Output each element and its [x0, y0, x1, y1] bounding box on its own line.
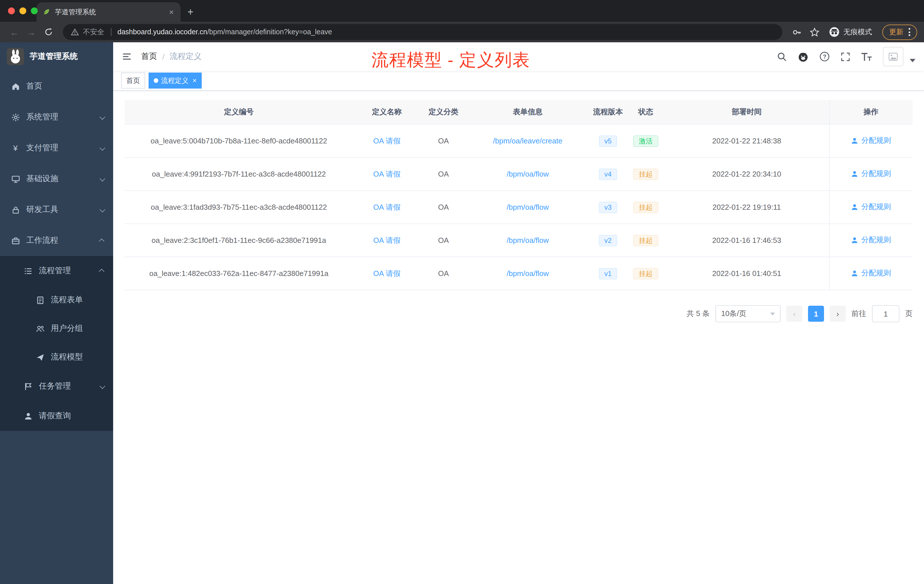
form-link[interactable]: /bpm/oa/flow — [507, 236, 549, 244]
definition-name-link[interactable]: OA 请假 — [373, 136, 400, 145]
breadcrumb: 首页 / 流程定义 — [141, 51, 202, 62]
sidebar-item-process-form[interactable]: 流程表单 — [0, 286, 113, 314]
cell-definition-name: OA 请假 — [353, 124, 421, 157]
assign-rule-button[interactable]: 分配规则 — [851, 202, 891, 212]
bookmark-star-icon[interactable] — [810, 27, 819, 37]
sidebar-item-payment-management[interactable]: ¥ 支付管理 — [0, 133, 113, 163]
current-page-button[interactable]: 1 — [808, 306, 824, 322]
macos-minimize-button[interactable] — [20, 7, 26, 14]
form-link[interactable]: /bpm/oa/flow — [507, 203, 549, 211]
chrome-update-chip[interactable]: 更新 — [882, 24, 917, 40]
pagination-total: 共 5 条 — [686, 308, 710, 319]
definition-table: 定义编号 定义名称 定义分类 表单信息 流程版本 状态 部署时间 操作 oa_l… — [125, 100, 912, 290]
form-link[interactable]: /bpm/oa/flow — [507, 269, 549, 278]
sidebar-item-task-management[interactable]: 任务管理 — [0, 371, 113, 401]
assign-rule-button[interactable]: 分配规则 — [851, 268, 891, 279]
cell-definition-name: OA 请假 — [353, 224, 421, 257]
new-tab-button[interactable]: + — [187, 6, 193, 18]
status-badge: 挂起 — [633, 234, 658, 246]
github-icon[interactable] — [798, 51, 808, 62]
sidebar-item-dev-tools[interactable]: 研发工具 — [0, 194, 113, 225]
incognito-badge: 无痕模式 — [829, 27, 872, 37]
search-icon[interactable] — [777, 52, 787, 61]
tag-process-definition[interactable]: 流程定义 × — [148, 73, 202, 89]
lock-icon — [11, 205, 20, 214]
more-vert-icon[interactable] — [909, 28, 910, 36]
sidebar-item-system-management[interactable]: 系统管理 — [0, 102, 113, 133]
cell-deploy-time: 2022-01-22 20:34:10 — [665, 157, 829, 191]
macos-zoom-button[interactable] — [31, 7, 38, 14]
tag-close-icon[interactable]: × — [193, 77, 196, 84]
cell-form-info: /bpm/oa/leave/create — [466, 124, 589, 157]
cell-definition-id: oa_leave:4:991f2193-7b7f-11ec-a3c8-acde4… — [125, 157, 353, 191]
sidebar-item-leave-query[interactable]: 请假查询 — [0, 401, 113, 431]
sidebar-item-process-management[interactable]: 流程管理 — [0, 256, 113, 286]
prev-page-button[interactable]: ‹ — [786, 306, 802, 322]
sidebar-item-process-model[interactable]: 流程模型 — [0, 343, 113, 371]
tag-home[interactable]: 首页 — [121, 73, 145, 89]
cell-operations: 分配规则 — [829, 224, 912, 257]
user-icon — [851, 137, 858, 145]
users-icon — [35, 324, 45, 333]
assign-rule-button[interactable]: 分配规则 — [851, 169, 891, 179]
tab-close-icon[interactable]: × — [168, 7, 175, 16]
chevron-down-icon — [100, 145, 106, 150]
user-icon — [851, 237, 858, 244]
col-form-info: 表单信息 — [466, 100, 589, 124]
font-size-icon[interactable] — [861, 52, 872, 61]
next-page-button[interactable]: › — [830, 306, 846, 322]
fullscreen-icon[interactable] — [841, 52, 850, 61]
cell-status: 挂起 — [627, 157, 665, 191]
hamburger-icon[interactable] — [122, 52, 132, 61]
reload-button[interactable] — [41, 27, 56, 36]
assign-rule-button[interactable]: 分配规则 — [851, 235, 891, 246]
form-link[interactable]: /bpm/oa/leave/create — [493, 137, 563, 145]
table-header-row: 定义编号 定义名称 定义分类 表单信息 流程版本 状态 部署时间 操作 — [125, 100, 912, 124]
incognito-label: 无痕模式 — [843, 27, 872, 37]
version-badge: v3 — [599, 201, 617, 213]
cell-process-version: v5 — [589, 124, 627, 157]
key-icon[interactable] — [792, 27, 802, 37]
flag-icon — [23, 382, 33, 391]
browser-toolbar: ← → 不安全 dashboard.yudao.iocoder.cn/bpm/m… — [0, 22, 924, 42]
cell-definition-id: oa_leave:2:3c1f0ef1-76b1-11ec-9c66-a2380… — [125, 224, 353, 257]
status-badge: 挂起 — [633, 201, 658, 213]
chevron-down-icon — [100, 176, 106, 181]
cell-form-info: /bpm/oa/flow — [466, 257, 589, 290]
definition-name-link[interactable]: OA 请假 — [373, 269, 400, 277]
page-unit-label: 页 — [905, 308, 912, 319]
cell-deploy-time: 2022-01-22 19:19:11 — [665, 191, 829, 224]
address-bar[interactable]: 不安全 dashboard.yudao.iocoder.cn/bpm/manag… — [63, 24, 782, 40]
sidebar-item-user-group[interactable]: 用户分组 — [0, 314, 113, 343]
page-content: 定义编号 定义名称 定义分类 表单信息 流程版本 状态 部署时间 操作 oa_l… — [113, 91, 924, 584]
breadcrumb-home[interactable]: 首页 — [141, 51, 157, 62]
definition-name-link[interactable]: OA 请假 — [373, 170, 400, 178]
sidebar-item-infrastructure[interactable]: 基础设施 — [0, 163, 113, 194]
cell-operations: 分配规则 — [829, 191, 912, 224]
cell-definition-category: OA — [421, 191, 466, 224]
form-link[interactable]: /bpm/oa/flow — [507, 170, 549, 178]
back-button[interactable]: ← — [7, 27, 22, 37]
cell-definition-id: oa_leave:5:004b710b-7b8a-11ec-8ef0-acde4… — [125, 124, 353, 157]
macos-close-button[interactable] — [8, 7, 15, 14]
goto-page-input[interactable] — [872, 305, 899, 322]
page-size-select[interactable]: 10条/页 — [715, 305, 780, 322]
app-logo[interactable]: 芋道管理系统 — [0, 42, 113, 71]
avatar-dropdown-caret-icon[interactable] — [910, 59, 916, 62]
app-frame: 芋道管理系统 首页 系统管理 ¥ 支付管理 — [0, 42, 924, 584]
user-avatar[interactable] — [883, 47, 903, 66]
cell-form-info: /bpm/oa/flow — [466, 191, 589, 224]
definition-name-link[interactable]: OA 请假 — [373, 203, 400, 211]
gear-icon — [11, 112, 20, 122]
definition-name-link[interactable]: OA 请假 — [373, 236, 400, 244]
forward-button[interactable]: → — [24, 27, 39, 37]
tab-title: 芋道管理系统 — [55, 7, 163, 17]
status-badge: 挂起 — [633, 168, 658, 180]
cell-deploy-time: 2022-01-16 17:46:53 — [665, 224, 829, 257]
col-status: 状态 — [627, 100, 665, 124]
assign-rule-button[interactable]: 分配规则 — [851, 136, 891, 146]
browser-tab[interactable]: 芋道管理系统 × — [36, 2, 181, 22]
sidebar-item-home[interactable]: 首页 — [0, 71, 113, 102]
sidebar-item-workflow[interactable]: 工作流程 — [0, 225, 113, 256]
help-icon[interactable]: ? — [819, 51, 830, 62]
